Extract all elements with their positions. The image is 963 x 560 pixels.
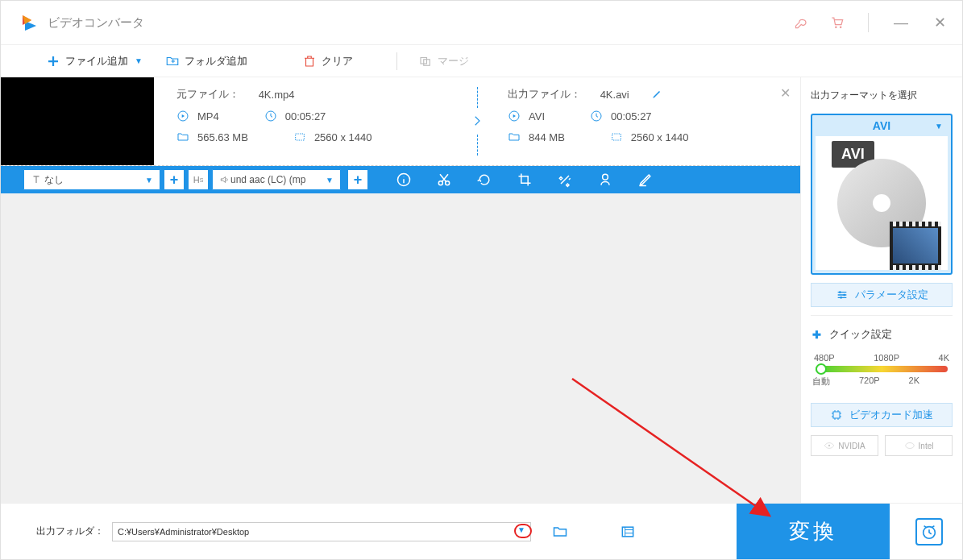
hardsub-toggle[interactable]: HS: [188, 169, 209, 190]
q-720p: 720P: [859, 375, 880, 388]
quality-slider[interactable]: 480P1080P4K 自動720P2K: [811, 353, 953, 395]
q-4k: 4K: [939, 353, 949, 363]
edit-toolbar: なし ▼ + HS und aac (LC) (mp ▼ +: [1, 166, 800, 193]
q-480p: 480P: [814, 353, 835, 363]
add-file-button[interactable]: ファイル追加 ▼: [46, 54, 143, 68]
eye-icon: [824, 440, 835, 451]
svg-point-1: [840, 27, 842, 29]
clear-button[interactable]: クリア: [302, 54, 353, 68]
output-folder-label: 出力フォルダ：: [36, 525, 104, 538]
svg-point-15: [843, 294, 845, 297]
svg-point-19: [905, 443, 914, 449]
cut-icon[interactable]: [436, 172, 452, 188]
format-name: AVI: [873, 119, 890, 132]
info-icon[interactable]: [396, 172, 412, 188]
source-filename: 4K.mp4: [259, 89, 295, 101]
svg-point-13: [603, 174, 608, 180]
sliders-icon: [836, 288, 849, 301]
subtitle-edit-icon[interactable]: [637, 172, 654, 188]
app-logo-icon: [20, 13, 39, 32]
source-size: 565.63 MB: [197, 131, 248, 143]
parameter-settings-button[interactable]: パラメータ設定: [811, 283, 953, 307]
key-icon[interactable]: [794, 15, 810, 31]
schedule-button[interactable]: [915, 518, 943, 545]
chevron-down-icon[interactable]: ▼: [135, 56, 143, 65]
intel-icon: [904, 440, 915, 451]
chevron-down-icon: ▼: [145, 176, 153, 185]
gpu-accel-button[interactable]: ビデオカード加速: [811, 403, 953, 427]
crop-icon[interactable]: [517, 172, 533, 188]
add-subtitle-button[interactable]: +: [164, 169, 185, 190]
path-history-dropdown[interactable]: ▼: [516, 525, 527, 534]
edit-icon[interactable]: [651, 89, 662, 100]
output-size: 844 MB: [529, 131, 565, 143]
param-label: パラメータ設定: [855, 288, 928, 302]
source-duration: 00:05:27: [285, 110, 326, 122]
remove-item-button[interactable]: ✕: [780, 85, 791, 101]
main-toolbar: ファイル追加 ▼ フォルダ追加 クリア マージ: [1, 45, 962, 77]
format-selector[interactable]: AVI▼ AVI: [811, 114, 953, 275]
text-icon: [31, 174, 42, 185]
audio-value: und aac (LC) (mp: [230, 174, 305, 185]
add-folder-label: フォルダ追加: [185, 54, 247, 68]
sidebar: 出力フォーマットを選択 AVI▼ AVI パラメータ設定 ✚クイック設定 480…: [801, 77, 962, 503]
gpu-label: ビデオカード加速: [849, 408, 933, 422]
slider-knob[interactable]: [816, 363, 827, 375]
output-path-input[interactable]: C:¥Users¥Administrator¥Desktop ▼: [112, 522, 531, 541]
format-icon: [508, 110, 521, 122]
browse-folder-button[interactable]: [550, 524, 570, 540]
output-format: AVI: [529, 110, 545, 122]
merge-icon: [418, 54, 433, 68]
chip-icon: [830, 409, 843, 421]
audio-dropdown[interactable]: und aac (LC) (mp ▼: [212, 169, 341, 190]
output-format-title: 出力フォーマットを選択: [811, 85, 953, 106]
svg-point-0: [835, 27, 837, 29]
output-filename: 4K.avi: [600, 89, 629, 101]
q-auto: 自動: [812, 375, 830, 388]
add-audio-button[interactable]: +: [347, 169, 368, 190]
trash-icon: [302, 54, 317, 68]
plus-icon: [46, 54, 60, 68]
file-list-area: [1, 193, 800, 503]
effects-icon[interactable]: [557, 172, 573, 188]
format-icon: [176, 110, 189, 122]
intel-badge: Intel: [885, 435, 953, 456]
watermark-icon[interactable]: [597, 172, 613, 188]
svg-rect-20: [622, 527, 633, 537]
output-path-value: C:¥Users¥Administrator¥Desktop: [118, 527, 249, 537]
bottom-bar: 出力フォルダ： C:¥Users¥Administrator¥Desktop ▼…: [1, 503, 962, 559]
clock-icon: [590, 110, 603, 122]
svg-rect-6: [296, 134, 305, 140]
rotate-icon[interactable]: [476, 172, 492, 188]
app-title: ビデオコンバータ: [48, 15, 144, 31]
chevron-right-icon: [470, 114, 484, 128]
chevron-down-icon: ▼: [326, 176, 334, 185]
subtitle-dropdown[interactable]: なし ▼: [23, 169, 160, 190]
svg-point-16: [840, 297, 842, 299]
folder-icon: [176, 131, 189, 143]
chevron-down-icon: ▼: [935, 122, 943, 131]
svg-rect-17: [833, 412, 840, 418]
source-resolution: 2560 x 1440: [314, 131, 372, 143]
file-item: ✕ 元ファイル： 4K.mp4 MP4 00:05:27 565.63 MB 2…: [1, 77, 800, 166]
clear-label: クリア: [322, 54, 353, 68]
svg-point-14: [839, 291, 841, 293]
cart-icon[interactable]: [829, 15, 845, 31]
merge-button: マージ: [418, 54, 469, 68]
close-button[interactable]: ✕: [930, 14, 949, 31]
conversion-arrow: [469, 77, 485, 165]
add-folder-button[interactable]: フォルダ追加: [165, 54, 247, 68]
subtitle-value: なし: [44, 173, 64, 187]
video-thumbnail[interactable]: [1, 77, 154, 165]
source-label: 元ファイル：: [176, 87, 239, 102]
clock-icon: [264, 110, 277, 122]
convert-button[interactable]: 変換: [737, 504, 890, 559]
svg-rect-9: [612, 134, 621, 140]
open-folder-button[interactable]: [618, 524, 637, 540]
merge-label: マージ: [438, 54, 469, 68]
folder-plus-icon: [165, 54, 180, 68]
minimize-button[interactable]: —: [891, 15, 911, 31]
format-preview: AVI: [816, 136, 948, 270]
nvidia-badge: NVIDIA: [811, 435, 878, 456]
resolution-icon: [610, 131, 623, 143]
